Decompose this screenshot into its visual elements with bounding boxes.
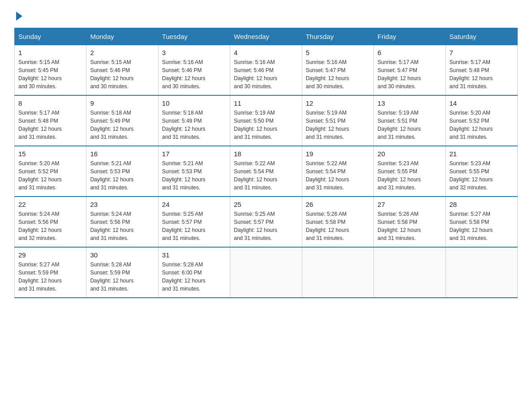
calendar-cell: 18 Sunrise: 5:22 AM Sunset: 5:54 PM Dayl…: [230, 146, 302, 197]
day-number: 8: [18, 99, 82, 107]
day-number: 9: [90, 99, 154, 107]
calendar-cell: [374, 247, 446, 298]
calendar-week-2: 8 Sunrise: 5:17 AM Sunset: 5:48 PM Dayli…: [15, 95, 518, 146]
calendar-cell: [230, 247, 302, 298]
day-number: 12: [306, 99, 370, 107]
calendar-header: SundayMondayTuesdayWednesdayThursdayFrid…: [15, 28, 518, 45]
calendar-cell: 30 Sunrise: 5:28 AM Sunset: 5:59 PM Dayl…: [86, 247, 158, 298]
calendar-cell: 27 Sunrise: 5:26 AM Sunset: 5:58 PM Dayl…: [374, 197, 446, 247]
day-number: 2: [90, 49, 154, 56]
calendar-week-5: 29 Sunrise: 5:27 AM Sunset: 5:59 PM Dayl…: [15, 247, 518, 298]
calendar-week-4: 22 Sunrise: 5:24 AM Sunset: 5:56 PM Dayl…: [15, 197, 518, 247]
calendar-cell: 12 Sunrise: 5:19 AM Sunset: 5:51 PM Dayl…: [302, 95, 373, 146]
day-info: Sunrise: 5:17 AM Sunset: 5:48 PM Dayligh…: [18, 109, 82, 141]
day-info: Sunrise: 5:27 AM Sunset: 5:58 PM Dayligh…: [450, 210, 514, 242]
calendar-cell: [302, 247, 373, 298]
calendar-cell: 1 Sunrise: 5:15 AM Sunset: 5:45 PM Dayli…: [15, 45, 86, 96]
day-info: Sunrise: 5:20 AM Sunset: 5:52 PM Dayligh…: [450, 109, 514, 141]
day-info: Sunrise: 5:26 AM Sunset: 5:58 PM Dayligh…: [306, 210, 370, 242]
day-number: 29: [18, 251, 82, 259]
day-number: 6: [378, 49, 442, 56]
day-number: 17: [162, 150, 226, 158]
day-number: 11: [234, 99, 298, 107]
day-number: 24: [162, 201, 226, 208]
day-number: 10: [162, 99, 226, 107]
calendar-cell: [446, 247, 517, 298]
day-info: Sunrise: 5:16 AM Sunset: 5:46 PM Dayligh…: [234, 58, 298, 90]
day-number: 7: [450, 49, 514, 56]
day-info: Sunrise: 5:17 AM Sunset: 5:48 PM Dayligh…: [450, 58, 514, 90]
day-info: Sunrise: 5:15 AM Sunset: 5:46 PM Dayligh…: [90, 58, 154, 90]
weekday-header-thursday: Thursday: [302, 28, 373, 45]
day-number: 20: [378, 150, 442, 158]
calendar-cell: 5 Sunrise: 5:16 AM Sunset: 5:47 PM Dayli…: [302, 45, 373, 96]
calendar-cell: 23 Sunrise: 5:24 AM Sunset: 5:56 PM Dayl…: [86, 197, 158, 247]
day-info: Sunrise: 5:18 AM Sunset: 5:49 PM Dayligh…: [90, 109, 154, 141]
calendar-cell: 15 Sunrise: 5:20 AM Sunset: 5:52 PM Dayl…: [15, 146, 86, 197]
weekday-header-sunday: Sunday: [15, 28, 86, 45]
day-info: Sunrise: 5:25 AM Sunset: 5:57 PM Dayligh…: [234, 210, 298, 242]
calendar-cell: 11 Sunrise: 5:19 AM Sunset: 5:50 PM Dayl…: [230, 95, 302, 146]
day-info: Sunrise: 5:20 AM Sunset: 5:52 PM Dayligh…: [18, 159, 82, 192]
page-header: [14, 11, 518, 19]
weekday-header-friday: Friday: [374, 28, 446, 45]
day-number: 19: [306, 150, 370, 158]
calendar-cell: 24 Sunrise: 5:25 AM Sunset: 5:57 PM Dayl…: [158, 197, 230, 247]
day-number: 18: [234, 150, 298, 158]
day-number: 14: [450, 99, 514, 107]
day-number: 31: [162, 251, 226, 259]
day-info: Sunrise: 5:15 AM Sunset: 5:45 PM Dayligh…: [18, 58, 82, 90]
weekday-header-saturday: Saturday: [446, 28, 517, 45]
calendar-cell: 3 Sunrise: 5:16 AM Sunset: 5:46 PM Dayli…: [158, 45, 230, 96]
calendar-cell: 25 Sunrise: 5:25 AM Sunset: 5:57 PM Dayl…: [230, 197, 302, 247]
calendar-cell: 13 Sunrise: 5:19 AM Sunset: 5:51 PM Dayl…: [374, 95, 446, 146]
calendar-cell: 8 Sunrise: 5:17 AM Sunset: 5:48 PM Dayli…: [15, 95, 86, 146]
day-number: 26: [306, 201, 370, 208]
day-number: 16: [90, 150, 154, 158]
day-info: Sunrise: 5:23 AM Sunset: 5:55 PM Dayligh…: [450, 159, 514, 192]
day-number: 27: [378, 201, 442, 208]
day-info: Sunrise: 5:19 AM Sunset: 5:50 PM Dayligh…: [234, 109, 298, 141]
calendar-cell: 2 Sunrise: 5:15 AM Sunset: 5:46 PM Dayli…: [86, 45, 158, 96]
calendar-cell: 17 Sunrise: 5:21 AM Sunset: 5:53 PM Dayl…: [158, 146, 230, 197]
logo: [14, 11, 22, 19]
day-number: 28: [450, 201, 514, 208]
day-info: Sunrise: 5:24 AM Sunset: 5:56 PM Dayligh…: [90, 210, 154, 242]
calendar-cell: 14 Sunrise: 5:20 AM Sunset: 5:52 PM Dayl…: [446, 95, 517, 146]
calendar-table: SundayMondayTuesdayWednesdayThursdayFrid…: [14, 28, 518, 298]
calendar-cell: 20 Sunrise: 5:23 AM Sunset: 5:55 PM Dayl…: [374, 146, 446, 197]
day-number: 21: [450, 150, 514, 158]
calendar-cell: 4 Sunrise: 5:16 AM Sunset: 5:46 PM Dayli…: [230, 45, 302, 96]
calendar-body: 1 Sunrise: 5:15 AM Sunset: 5:45 PM Dayli…: [15, 45, 518, 298]
logo-arrow-icon: [16, 12, 22, 21]
weekday-header-wednesday: Wednesday: [230, 28, 302, 45]
day-info: Sunrise: 5:17 AM Sunset: 5:47 PM Dayligh…: [378, 58, 442, 90]
day-info: Sunrise: 5:28 AM Sunset: 5:59 PM Dayligh…: [90, 261, 154, 293]
day-number: 22: [18, 201, 82, 208]
calendar-week-3: 15 Sunrise: 5:20 AM Sunset: 5:52 PM Dayl…: [15, 146, 518, 197]
day-info: Sunrise: 5:26 AM Sunset: 5:58 PM Dayligh…: [378, 210, 442, 242]
day-info: Sunrise: 5:19 AM Sunset: 5:51 PM Dayligh…: [378, 109, 442, 141]
day-info: Sunrise: 5:22 AM Sunset: 5:54 PM Dayligh…: [306, 159, 370, 192]
calendar-cell: 28 Sunrise: 5:27 AM Sunset: 5:58 PM Dayl…: [446, 197, 517, 247]
day-number: 4: [234, 49, 298, 56]
day-number: 25: [234, 201, 298, 208]
weekday-header-tuesday: Tuesday: [158, 28, 230, 45]
day-info: Sunrise: 5:16 AM Sunset: 5:47 PM Dayligh…: [306, 58, 370, 90]
day-info: Sunrise: 5:24 AM Sunset: 5:56 PM Dayligh…: [18, 210, 82, 242]
calendar-cell: 31 Sunrise: 5:28 AM Sunset: 6:00 PM Dayl…: [158, 247, 230, 298]
day-info: Sunrise: 5:27 AM Sunset: 5:59 PM Dayligh…: [18, 261, 82, 293]
calendar-cell: 26 Sunrise: 5:26 AM Sunset: 5:58 PM Dayl…: [302, 197, 373, 247]
calendar-cell: 22 Sunrise: 5:24 AM Sunset: 5:56 PM Dayl…: [15, 197, 86, 247]
day-number: 15: [18, 150, 82, 158]
calendar-week-1: 1 Sunrise: 5:15 AM Sunset: 5:45 PM Dayli…: [15, 45, 518, 96]
day-info: Sunrise: 5:21 AM Sunset: 5:53 PM Dayligh…: [90, 159, 154, 192]
day-info: Sunrise: 5:22 AM Sunset: 5:54 PM Dayligh…: [234, 159, 298, 192]
day-info: Sunrise: 5:23 AM Sunset: 5:55 PM Dayligh…: [378, 159, 442, 192]
calendar-cell: 21 Sunrise: 5:23 AM Sunset: 5:55 PM Dayl…: [446, 146, 517, 197]
day-number: 13: [378, 99, 442, 107]
day-info: Sunrise: 5:19 AM Sunset: 5:51 PM Dayligh…: [306, 109, 370, 141]
calendar-cell: 7 Sunrise: 5:17 AM Sunset: 5:48 PM Dayli…: [446, 45, 517, 96]
calendar-cell: 29 Sunrise: 5:27 AM Sunset: 5:59 PM Dayl…: [15, 247, 86, 298]
day-info: Sunrise: 5:21 AM Sunset: 5:53 PM Dayligh…: [162, 159, 226, 192]
